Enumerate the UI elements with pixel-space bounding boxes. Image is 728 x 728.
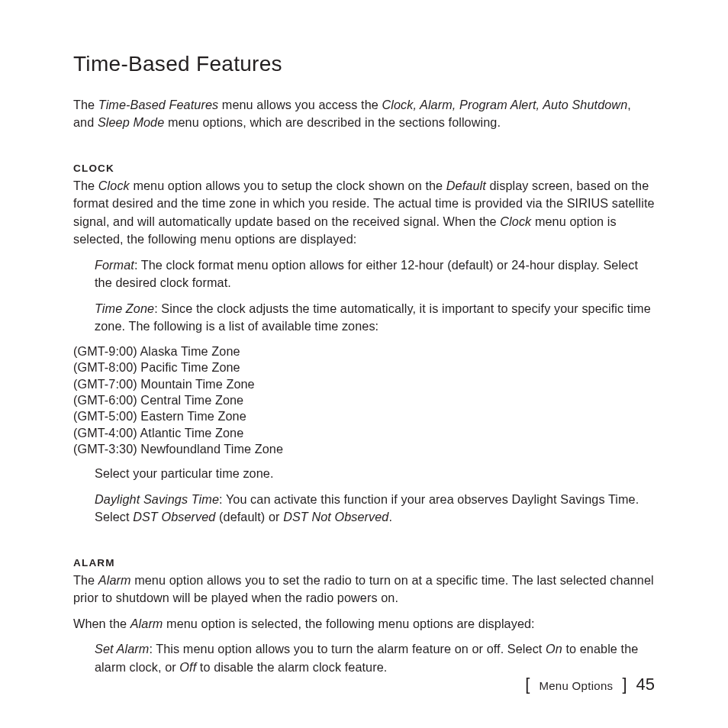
intro-paragraph: The Time-Based Features menu allows you … [73,96,655,132]
italic-text: Clock [98,179,130,192]
document-page: Time-Based Features The Time-Based Featu… [0,0,728,728]
alarm-heading: ALARM [73,557,655,569]
list-item: (GMT-6:00) Central Time Zone [73,392,655,408]
alarm-paragraph-2: When the Alarm menu option is selected, … [73,615,655,633]
text: to disable the alarm clock feature. [196,660,387,674]
text: menu option allows you to setup the cloc… [130,179,446,192]
clock-heading: CLOCK [73,163,655,174]
italic-text: Set Alarm [95,642,149,656]
italic-text: Daylight Savings Time [95,492,219,506]
select-timezone-paragraph: Select your particular time zone. [95,465,655,482]
italic-text: Off [179,660,196,674]
format-paragraph: Format: The clock format menu option all… [95,256,655,292]
italic-text: Time-Based Features [98,98,218,111]
text: : Since the clock adjusts the time autom… [95,301,651,333]
timezone-list: (GMT-9:00) Alaska Time Zone (GMT-8:00) P… [73,343,655,458]
set-alarm-paragraph: Set Alarm: This menu option allows you t… [95,640,655,676]
italic-text: Clock, Alarm, Program Alert, Auto Shutdo… [382,98,627,111]
italic-text: Time Zone [95,301,154,315]
text: . [388,510,392,523]
text: menu option is selected, the following m… [163,617,534,630]
text: The [73,179,98,192]
text: When the [73,617,130,630]
text: : This menu option allows you to turn th… [149,642,546,656]
page-number: 45 [636,675,655,694]
alarm-paragraph-1: The Alarm menu option allows you to set … [73,572,655,607]
italic-text: DST Not Observed [283,510,388,523]
page-title: Time-Based Features [73,52,655,76]
dst-paragraph: Daylight Savings Time: You can activate … [95,491,655,527]
bracket-left-icon: [ [525,675,530,694]
footer-section-label: Menu Options [539,679,613,692]
italic-text: Sleep Mode [98,115,164,129]
text: The [73,98,98,111]
text: : The clock format menu option allows fo… [95,258,638,289]
text: (default) or [215,510,283,523]
list-item: (GMT-4:00) Atlantic Time Zone [73,425,655,441]
clock-paragraph: The Clock menu option allows you to setu… [73,177,655,249]
italic-text: On [546,642,562,656]
italic-text: Clock [500,214,531,228]
italic-text: Default [446,179,486,192]
text: menu option allows you to set the radio … [73,573,654,604]
bracket-right-icon: ] [622,675,627,694]
text: menu options, which are described in the… [164,115,501,129]
list-item: (GMT-5:00) Eastern Time Zone [73,408,655,424]
italic-text: Alarm [98,573,131,587]
text: menu allows you access the [218,98,382,111]
italic-text: Format [95,258,134,272]
timezone-paragraph: Time Zone: Since the clock adjusts the t… [95,300,655,336]
list-item: (GMT-3:30) Newfoundland Time Zone [73,441,655,457]
list-item: (GMT-8:00) Pacific Time Zone [73,359,655,375]
italic-text: Alarm [130,617,163,630]
list-item: (GMT-9:00) Alaska Time Zone [73,343,655,359]
text: The [73,573,98,587]
list-item: (GMT-7:00) Mountain Time Zone [73,376,655,392]
page-footer: [ Menu Options ] 45 [525,675,655,694]
italic-text: DST Observed [133,510,215,523]
